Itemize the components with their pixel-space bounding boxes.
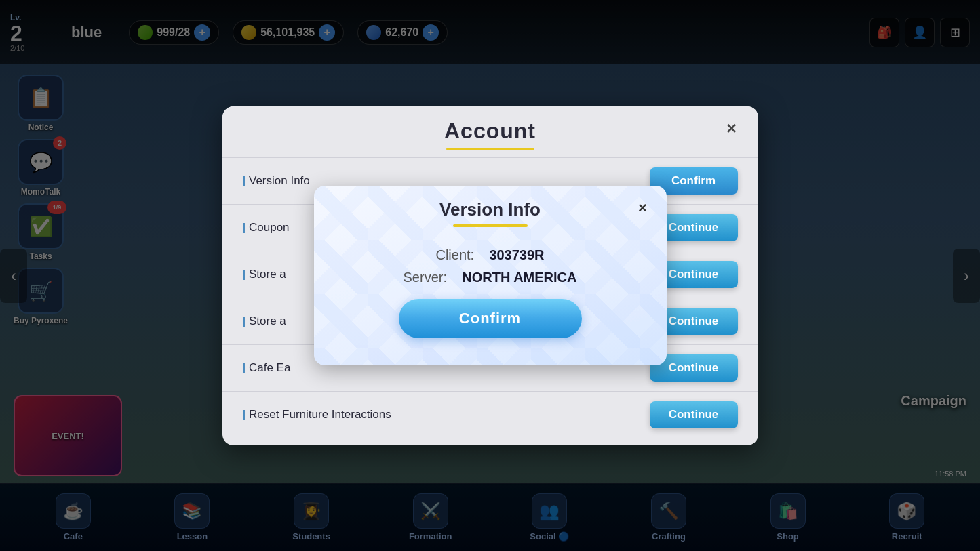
version-client-value: 303739R bbox=[489, 247, 544, 262]
version-server-label: Server: bbox=[404, 270, 447, 285]
modal-overlay: Account × Version Info Confirm Coupon Co… bbox=[0, 0, 980, 551]
account-modal: Account × Version Info Confirm Coupon Co… bbox=[222, 106, 758, 445]
version-confirm-button[interactable]: Confirm bbox=[399, 299, 582, 338]
version-modal-header: Version Info × bbox=[314, 186, 667, 227]
version-modal-body: Client: 303739R Server: NORTH AMERICA Co… bbox=[314, 227, 667, 365]
version-modal-close-button[interactable]: × bbox=[631, 197, 654, 220]
version-server-line: Server: NORTH AMERICA bbox=[348, 270, 633, 285]
version-modal-wrapper: Version Info × Client: 303739R Server: N… bbox=[222, 106, 758, 445]
version-client-label: Client: bbox=[435, 247, 474, 262]
version-modal-title: Version Info bbox=[334, 199, 646, 220]
version-modal: Version Info × Client: 303739R Server: N… bbox=[314, 186, 667, 365]
version-server-value: NORTH AMERICA bbox=[462, 270, 576, 285]
version-client-line: Client: 303739R bbox=[348, 247, 633, 263]
